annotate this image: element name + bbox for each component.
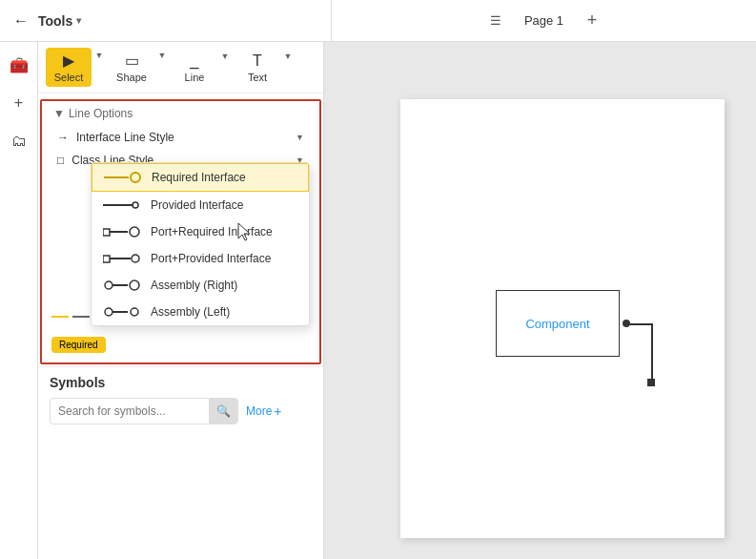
- top-bar: ← Tools ▾ ☰ Page 1 +: [0, 0, 756, 42]
- port-required-icon: [103, 225, 141, 238]
- text-label: Text: [248, 72, 267, 83]
- canvas-area[interactable]: Component: [324, 42, 756, 559]
- port-provided-icon: [103, 252, 141, 265]
- add-page-button[interactable]: +: [579, 8, 605, 34]
- more-button[interactable]: More +: [246, 404, 282, 419]
- provided-interface-icon: [103, 198, 141, 212]
- svg-point-6: [130, 227, 139, 237]
- line-tool-group: ⎯ Line ▼: [172, 49, 233, 87]
- shape-dropdown-arrow[interactable]: ▼: [154, 48, 170, 63]
- svg-point-13: [105, 308, 112, 316]
- interface-style-dropdown: Required Interface Provided Interface: [91, 162, 310, 326]
- connection-line-v: [651, 323, 653, 381]
- page-title: Page 1: [524, 13, 563, 28]
- interface-line-chevron-icon: ▼: [296, 133, 304, 142]
- search-bar: 🔍: [50, 398, 238, 424]
- tools-label: Tools: [38, 13, 72, 29]
- component-label: Component: [525, 317, 589, 331]
- symbols-title: Symbols: [50, 375, 312, 390]
- required-interface-icon: [104, 171, 142, 184]
- assembly-right-label: Assembly (Right): [151, 279, 237, 292]
- tools-caret-icon: ▾: [76, 15, 81, 26]
- connection-endpoint: [647, 379, 655, 386]
- symbols-search-row: 🔍 More +: [50, 398, 312, 424]
- toolbar: ▶ Select ▼ ▭ Shape ▼ ⎯ Line ▼: [38, 42, 323, 93]
- symbols-section: Symbols 🔍 More +: [38, 366, 323, 432]
- shape-tool-group: ▭ Shape ▼: [109, 48, 170, 87]
- more-icon: +: [274, 404, 281, 419]
- select-button[interactable]: ▶ Select: [46, 48, 92, 87]
- page-bar: ☰ Page 1 +: [339, 8, 748, 34]
- select-tool-group: ▶ Select ▼: [46, 48, 107, 87]
- select-label: Select: [54, 72, 84, 83]
- dropdown-item-assembly-left[interactable]: Assembly (Left): [92, 299, 309, 325]
- component-box[interactable]: Component: [496, 290, 620, 357]
- line-options-label: Line Options: [69, 107, 133, 120]
- class-line-icon: □: [57, 154, 64, 167]
- arrow-icon: →: [57, 131, 69, 144]
- svg-point-1: [131, 173, 140, 182]
- main-layout: 🧰 + 🗂 ▶ Select ▼ ▭ Shape ▼: [0, 42, 756, 559]
- text-button[interactable]: T Text: [235, 49, 280, 87]
- select-icon: ▶: [63, 52, 74, 70]
- port-provided-label: Port+Provided Interface: [151, 252, 271, 265]
- panel-line-preview-1: [51, 309, 90, 324]
- shape-button[interactable]: ▭ Shape: [109, 48, 154, 87]
- svg-point-10: [105, 281, 112, 289]
- assembly-left-icon: [103, 305, 141, 319]
- back-button[interactable]: ←: [8, 8, 34, 34]
- dropdown-item-port-required[interactable]: Port+Required Interface: [92, 218, 309, 245]
- dropdown-item-port-provided[interactable]: Port+Provided Interface: [92, 245, 309, 272]
- tools-panel: ▶ Select ▼ ▭ Shape ▼ ⎯ Line ▼: [38, 42, 324, 559]
- shape-label: Shape: [116, 72, 147, 83]
- left-sidebar: 🧰 + 🗂: [0, 42, 38, 559]
- text-tool-group: T Text ▼: [235, 49, 296, 87]
- panel-small-item-1: Required: [51, 337, 106, 353]
- interface-line-style-row[interactable]: → Interface Line Style ▼: [42, 126, 319, 149]
- line-options-section: ▼ Line Options → Interface Line Style ▼ …: [40, 99, 321, 364]
- interface-line-style-label: → Interface Line Style: [57, 131, 174, 144]
- provided-interface-label: Provided Interface: [151, 198, 243, 212]
- select-dropdown-arrow[interactable]: ▼: [92, 48, 107, 63]
- line-icon: ⎯: [190, 52, 199, 70]
- port-required-label: Port+Required Interface: [151, 225, 273, 238]
- sidebar-layers-icon[interactable]: 🗂: [4, 126, 34, 156]
- text-icon: T: [253, 52, 262, 70]
- svg-rect-4: [103, 229, 110, 236]
- canvas-page: Component: [400, 99, 725, 538]
- line-options-collapse-icon: ▼: [53, 107, 65, 120]
- assembly-left-label: Assembly (Left): [151, 305, 230, 319]
- line-button[interactable]: ⎯ Line: [172, 49, 217, 87]
- search-button[interactable]: 🔍: [209, 399, 237, 424]
- line-options-header[interactable]: ▼ Line Options: [42, 101, 319, 126]
- sidebar-add-icon[interactable]: +: [4, 88, 34, 118]
- dropdown-item-required-interface[interactable]: Required Interface: [92, 163, 309, 192]
- tools-menu[interactable]: Tools ▾: [38, 13, 81, 29]
- text-dropdown-arrow[interactable]: ▼: [280, 49, 296, 64]
- connection-line-h: [624, 323, 653, 325]
- assembly-right-icon: [103, 279, 141, 292]
- dropdown-item-provided-interface[interactable]: Provided Interface: [92, 192, 309, 218]
- more-label: More: [246, 404, 272, 418]
- sidebar-tools-icon[interactable]: 🧰: [4, 50, 34, 80]
- svg-rect-7: [103, 256, 110, 262]
- line-label: Line: [185, 72, 205, 83]
- page-menu-button[interactable]: ☰: [482, 8, 509, 34]
- required-interface-label: Required Interface: [152, 171, 246, 184]
- search-input[interactable]: [51, 401, 209, 422]
- tools-section-header: ← Tools ▾: [8, 0, 332, 41]
- svg-point-12: [130, 280, 139, 290]
- shape-icon: ▭: [125, 52, 139, 70]
- dropdown-item-assembly-right[interactable]: Assembly (Right): [92, 272, 309, 299]
- svg-point-15: [131, 308, 138, 316]
- svg-point-9: [132, 255, 139, 262]
- panel-content: ▼ Line Options → Interface Line Style ▼ …: [38, 93, 323, 559]
- line-dropdown-arrow[interactable]: ▼: [217, 49, 233, 64]
